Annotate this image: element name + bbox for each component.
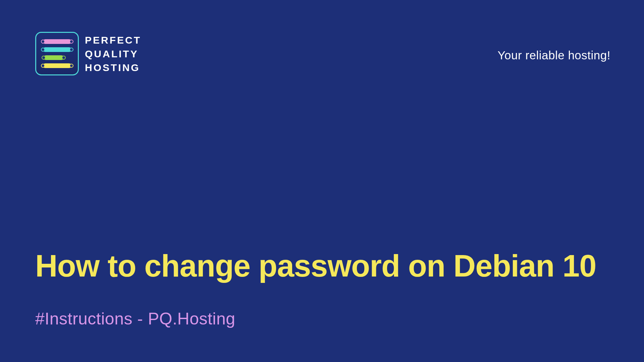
header: PERFECT QUALITY HOSTING Your reliable ho…	[0, 0, 644, 75]
logo-text-line-2: QUALITY	[85, 47, 141, 60]
content: How to change password on Debian 10 #Ins…	[35, 248, 610, 328]
logo-text-line-3: HOSTING	[85, 61, 141, 74]
logo-text-line-1: PERFECT	[85, 34, 141, 47]
logo: PERFECT QUALITY HOSTING	[35, 32, 141, 75]
logo-text: PERFECT QUALITY HOSTING	[85, 34, 141, 74]
logo-icon	[35, 32, 79, 75]
tagline: Your reliable hosting!	[497, 49, 610, 62]
page-title: How to change password on Debian 10	[35, 248, 610, 284]
subtitle: #Instructions - PQ.Hosting	[35, 309, 610, 328]
logo-bar-icon	[43, 63, 71, 68]
logo-bar-icon	[43, 47, 71, 52]
logo-bar-icon	[43, 39, 71, 44]
logo-bar-icon	[44, 55, 64, 60]
